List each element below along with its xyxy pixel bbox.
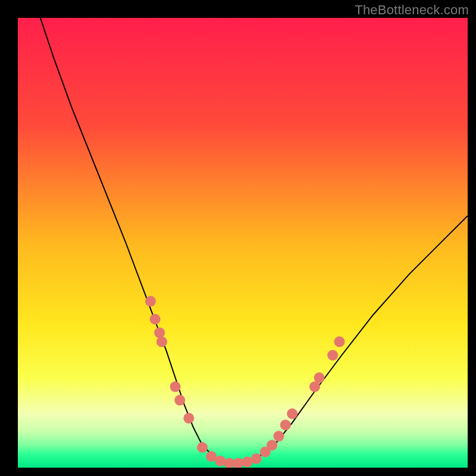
left-upper-dots-point	[156, 336, 167, 347]
bottom-dots-point	[197, 442, 208, 453]
right-upper-dots-point	[334, 336, 345, 347]
right-lower-dots-point	[267, 440, 277, 450]
bottom-dots-point	[215, 456, 226, 466]
left-lower-dots-point	[170, 381, 181, 392]
left-lower-dots-point	[183, 413, 194, 424]
data-dots	[145, 296, 345, 468]
right-lower-dots-point	[287, 408, 298, 419]
right-upper-dots-point	[327, 350, 338, 361]
right-lower-dots-point	[280, 419, 291, 430]
left-upper-dots-point	[154, 327, 165, 338]
left-upper-dots-point	[150, 314, 161, 325]
right-upper-dots-point	[314, 372, 325, 383]
bottleneck-curve	[40, 18, 468, 463]
plot-area	[18, 18, 468, 468]
right-lower-dots-point	[274, 431, 284, 441]
left-lower-dots-point	[174, 395, 185, 406]
curve-layer	[18, 18, 468, 468]
left-upper-dots-point	[145, 296, 156, 306]
chart-frame: TheBottleneck.com	[0, 0, 476, 476]
bottom-dots-point	[251, 453, 262, 464]
bottom-dots-point	[233, 458, 243, 468]
watermark-text: TheBottleneck.com	[355, 2, 469, 18]
